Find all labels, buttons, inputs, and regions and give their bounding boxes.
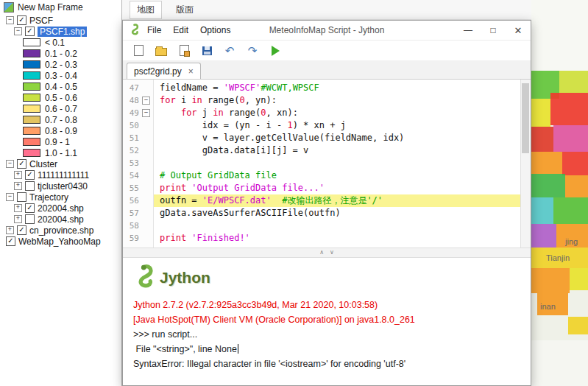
legend-label[interactable]: 0.4 - 0.5 [45, 82, 77, 92]
code-line[interactable]: print 'Finished!' [154, 232, 521, 245]
layer-checkbox[interactable] [25, 181, 35, 191]
layer-label[interactable]: cn_province.shp [29, 225, 93, 236]
legend-item[interactable]: 0.3 - 0.4 [0, 70, 121, 81]
legend-item[interactable]: 0.6 - 0.7 [0, 103, 121, 114]
legend-item[interactable]: 0.4 - 0.5 [0, 81, 121, 92]
layer-label[interactable]: tjcluster0430 [38, 181, 88, 192]
run-script-button[interactable] [266, 43, 284, 59]
code-line[interactable] [154, 220, 521, 232]
legend-item[interactable]: 1.0 - 1.1 [0, 147, 121, 158]
editor-scrollbar[interactable] [520, 80, 531, 248]
code-line[interactable]: gData.data[i][j] = v [154, 144, 521, 157]
collapse-icon[interactable]: − [14, 27, 22, 35]
code-line[interactable]: v = layer.getCellValue(fieldName, idx) [154, 132, 521, 144]
layer-label[interactable]: 111111111111 [38, 170, 89, 180]
legend-item[interactable]: 0.8 - 0.9 [0, 125, 121, 136]
layer-item[interactable]: +✓111111111111 [0, 169, 121, 180]
layer-item[interactable]: +tjcluster0430 [0, 180, 121, 192]
layer-checkbox[interactable]: ✓ [17, 159, 26, 169]
layer-label[interactable]: PSCF [29, 15, 53, 26]
collapse-icon[interactable]: − [6, 160, 14, 168]
layer-item[interactable]: +✓202004.shp [0, 203, 121, 214]
layer-checkbox[interactable]: ✓ [25, 27, 35, 36]
tab-close-icon[interactable]: × [188, 66, 194, 77]
code-line[interactable]: for i in range(0, yn): [154, 94, 521, 107]
legend-label[interactable]: 1.0 - 1.1 [45, 148, 77, 158]
map-frame-header[interactable]: New Map Frame [0, 0, 121, 15]
layer-label[interactable]: WebMap_YahooMap [18, 236, 101, 247]
legend-item[interactable]: 0.1 - 0.2 [0, 48, 121, 59]
layer-checkbox[interactable]: ✓ [6, 236, 15, 246]
code-line[interactable]: gData.saveAsSurferASCIIFile(outfn) [154, 207, 521, 220]
editor-code[interactable]: fieldName = 'WPSCF'#WCWT,WPSCFfor i in r… [154, 80, 521, 248]
tab-map[interactable]: 地图 [130, 1, 162, 19]
maximize-button[interactable]: □ [481, 21, 506, 40]
layer-label[interactable]: 202004.shp [38, 214, 84, 225]
menu-options[interactable]: Options [200, 25, 230, 35]
undo-button[interactable]: ↶ [221, 43, 238, 59]
collapse-up-icon[interactable]: ∧ [319, 250, 324, 256]
layer-checkbox[interactable]: ✓ [25, 170, 35, 180]
legend-item[interactable]: 0.5 - 0.6 [0, 92, 121, 103]
layer-checkbox[interactable]: ✓ [17, 15, 26, 25]
legend-item[interactable]: 0.9 - 1 [0, 136, 121, 147]
layer-checkbox[interactable]: ✓ [25, 203, 35, 213]
collapse-down-icon[interactable]: ∨ [330, 250, 334, 256]
save-as-button[interactable] [175, 43, 193, 59]
code-line[interactable]: for j in range(0, xn): [154, 107, 521, 119]
layer-checkbox[interactable] [17, 192, 26, 202]
layer-item[interactable]: −Trajectory [0, 192, 121, 203]
layer-label[interactable]: Trajectory [29, 192, 68, 203]
expand-icon[interactable]: + [6, 226, 14, 234]
layer-checkbox[interactable] [25, 214, 35, 224]
code-line[interactable]: idx = (yn - i - 1) * xn + j [154, 119, 521, 132]
legend-label[interactable]: 0.9 - 1 [45, 137, 70, 147]
layer-label[interactable]: Cluster [29, 159, 57, 169]
script-titlebar[interactable]: File Edit Options MeteoInfoMap Script - … [123, 21, 531, 41]
menu-file[interactable]: File [147, 25, 161, 35]
layer-label[interactable]: 202004.shp [38, 203, 84, 214]
layer-item[interactable]: +✓cn_province.shp [0, 225, 121, 236]
layer-item[interactable]: −✓Cluster [0, 158, 121, 169]
fold-icon[interactable]: − [142, 109, 150, 117]
layer-item[interactable]: ✓WebMap_YahooMap [0, 236, 121, 247]
open-folder-button[interactable] [152, 43, 170, 59]
collapse-icon[interactable]: − [6, 16, 14, 24]
code-line[interactable]: fieldName = 'WPSCF'#WCWT,WPSCF [154, 82, 521, 94]
redo-button[interactable]: ↷ [244, 43, 261, 59]
expand-icon[interactable]: + [14, 215, 22, 223]
scrollbar-thumb[interactable] [522, 83, 529, 153]
legend-label[interactable]: 0.3 - 0.4 [45, 71, 77, 81]
expand-icon[interactable]: + [14, 182, 22, 190]
legend-item[interactable]: < 0.1 [0, 37, 121, 48]
expand-icon[interactable]: + [14, 171, 22, 179]
tab-layout[interactable]: 版面 [169, 1, 200, 18]
legend-label[interactable]: 0.7 - 0.8 [45, 115, 77, 125]
tab-pscf2grid[interactable]: pscf2grid.py × [127, 63, 201, 79]
legend-label[interactable]: 0.8 - 0.9 [45, 126, 77, 136]
legend-label[interactable]: < 0.1 [45, 38, 65, 48]
code-line[interactable]: # Output GridData file [154, 169, 521, 182]
map-view[interactable]: jingTianjininan [531, 0, 588, 386]
layer-item[interactable]: −✓PSCF1.shp [0, 26, 121, 37]
fold-icon[interactable]: − [142, 96, 150, 105]
collapse-icon[interactable]: − [6, 193, 14, 201]
panel-splitter[interactable]: ∧ ∨ [123, 248, 531, 258]
code-editor[interactable]: 4748−49−50515253545556575859 fieldName =… [123, 80, 531, 248]
layer-item[interactable]: +202004.shp [0, 214, 121, 225]
legend-item[interactable]: 0.2 - 0.3 [0, 59, 121, 70]
legend-item[interactable]: 0.7 - 0.8 [0, 114, 121, 125]
code-line[interactable]: outfn = 'E/WPSCF.dat' #改输出路径，注意是'/' [154, 194, 521, 207]
close-button[interactable]: ✕ [506, 21, 531, 40]
legend-label[interactable]: 0.5 - 0.6 [45, 93, 77, 103]
expand-icon[interactable]: + [14, 204, 22, 212]
new-file-button[interactable] [130, 43, 147, 59]
legend-label[interactable]: 0.2 - 0.3 [45, 60, 77, 70]
jython-console[interactable]: Jython Jython 2.7.2 (v2.7.2:925a3cc3b49d… [123, 258, 531, 385]
code-line[interactable]: print 'Output GridData file...' [154, 182, 521, 194]
minimize-button[interactable]: — [456, 21, 481, 40]
layer-item[interactable]: −✓PSCF [0, 15, 121, 26]
layer-checkbox[interactable]: ✓ [17, 225, 26, 235]
menu-edit[interactable]: Edit [173, 25, 188, 35]
legend-label[interactable]: 0.6 - 0.7 [45, 104, 77, 114]
